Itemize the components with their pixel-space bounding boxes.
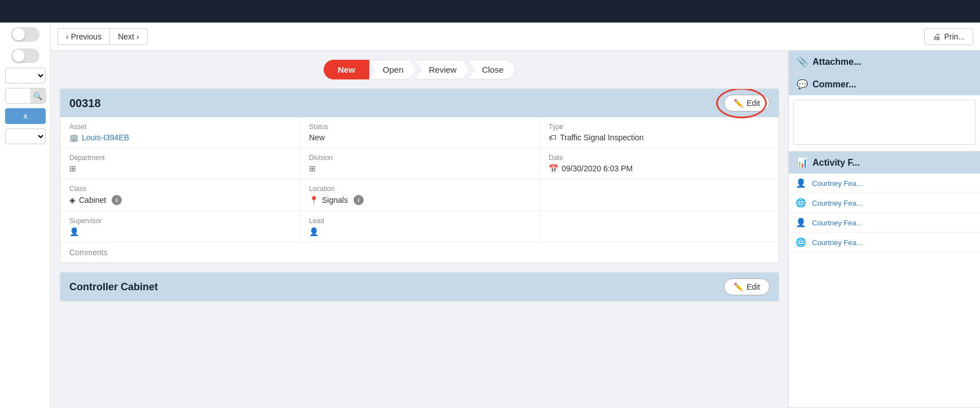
activity-label: Activity F...	[813, 158, 860, 168]
wo-cell-type: Type 🏷 Traffic Signal Inspection	[540, 117, 779, 148]
building-icon	[69, 133, 78, 142]
paperclip-icon: 📎	[797, 56, 808, 67]
asset-value[interactable]: Louis-I394EB	[69, 133, 290, 142]
activity-item-4: 🌐 Courtney Fea...	[789, 233, 980, 252]
wo-row-4: Supervisor 👤 Lead 👤	[60, 211, 779, 242]
activity-globe-icon-2: 🌐	[796, 237, 806, 247]
wo-cell-lead: Lead 👤	[300, 211, 540, 242]
attachments-header: 📎 Attachme...	[789, 51, 980, 73]
sidebar-select-1[interactable]	[5, 68, 46, 83]
type-label: Type	[549, 123, 770, 131]
supervisor-value: 👤	[69, 227, 290, 236]
wo-number: 00318	[69, 97, 101, 110]
department-value	[69, 164, 290, 173]
activity-header: 📊 Activity F...	[789, 152, 980, 174]
sidebar-toggle-1[interactable]	[11, 27, 39, 42]
division-label: Division	[309, 154, 530, 162]
sidebar-toggle-2[interactable]	[11, 48, 39, 63]
center-panel: New Open Review Close 00318	[51, 51, 788, 408]
next-button[interactable]: Next ›	[109, 28, 147, 45]
location-label: Location	[309, 185, 530, 193]
activity-name-2: Courtney Fea...	[812, 199, 863, 207]
activity-name-4: Courtney Fea...	[812, 238, 863, 247]
pipeline-step-review[interactable]: Review	[416, 60, 469, 79]
wo-row-3: Class ◈ Cabinet i Location 📍	[60, 179, 779, 211]
grid-icon-2	[309, 164, 316, 173]
type-value-text: Traffic Signal Inspection	[560, 133, 644, 142]
chevron-right-icon: ›	[136, 32, 139, 41]
wo-row-2: Department Division	[60, 148, 779, 179]
lead-value: 👤	[309, 227, 530, 236]
pipeline-open-label: Open	[383, 65, 404, 74]
wo-cell-supervisor: Supervisor 👤	[60, 211, 300, 242]
type-value: 🏷 Traffic Signal Inspection	[549, 133, 770, 142]
activity-icon: 📊	[797, 157, 808, 168]
sidebar-collapse-button[interactable]: ∧	[5, 108, 46, 124]
controller-cabinet-header: Controller Cabinet ✏️ Edit	[60, 273, 779, 301]
nav-bar: ‹ Previous Next › 🖨 Prin...	[51, 23, 980, 51]
comments-header: 💬 Commer...	[789, 73, 980, 95]
department-label: Department	[69, 154, 290, 162]
controller-cabinet-card: Controller Cabinet ✏️ Edit	[60, 272, 779, 301]
sidebar-select-2[interactable]	[5, 128, 46, 144]
activity-item-1: 👤 Courtney Fea...	[789, 174, 980, 193]
activity-globe-icon-1: 🌐	[796, 198, 806, 208]
comment-icon: 💬	[797, 79, 808, 90]
calendar-icon: 📅	[549, 164, 558, 173]
controller-cabinet-edit-button[interactable]: ✏️ Edit	[724, 278, 770, 295]
sidebar-search-input[interactable]	[6, 88, 30, 103]
diamond-icon: ◈	[69, 196, 76, 205]
pipeline-step-close[interactable]: Close	[469, 60, 515, 79]
previous-button[interactable]: ‹ Previous	[58, 28, 109, 45]
location-icon: 📍	[309, 196, 319, 205]
activity-person-icon-1: 👤	[796, 178, 806, 188]
class-value: ◈ Cabinet i	[69, 195, 290, 205]
next-label: Next	[118, 32, 134, 41]
comment-textarea[interactable]	[793, 100, 975, 145]
wo-edit-button[interactable]: ✏️ Edit	[724, 95, 770, 112]
chevron-left-icon: ‹	[66, 32, 69, 41]
print-label: Prin...	[944, 32, 965, 41]
asset-value-text: Louis-I394EB	[82, 133, 129, 142]
wo-cell-empty	[540, 179, 779, 211]
sidebar-search-button[interactable]: 🔍	[30, 88, 45, 103]
tag-icon: 🏷	[549, 133, 557, 142]
status-label: Status	[309, 123, 530, 131]
class-info-icon[interactable]: i	[112, 195, 122, 205]
pipeline-close-label: Close	[482, 65, 504, 74]
work-order-card: 00318 ✏️ Edit As	[60, 88, 779, 263]
date-value-text: 09/30/2020 6:03 PM	[562, 164, 633, 173]
date-label: Date	[549, 154, 770, 162]
wo-cell-asset: Asset Louis-I394EB	[60, 117, 300, 148]
supervisor-label: Supervisor	[69, 217, 290, 225]
date-value: 📅 09/30/2020 6:03 PM	[549, 164, 770, 173]
activity-item-2: 🌐 Courtney Fea...	[789, 193, 980, 213]
wo-card-body: Asset Louis-I394EB Status New	[60, 117, 779, 263]
wo-cell-status: Status New	[300, 117, 540, 148]
asset-label: Asset	[69, 123, 290, 131]
class-value-text: Cabinet	[79, 196, 106, 205]
print-button[interactable]: 🖨 Prin...	[924, 28, 973, 45]
pipeline-step-open[interactable]: Open	[369, 60, 416, 79]
wo-comments-row: Comments	[60, 242, 779, 263]
pencil-icon: ✏️	[734, 99, 743, 108]
print-icon: 🖨	[933, 32, 941, 41]
right-panel: 📎 Attachme... 💬 Commer... 📊	[788, 51, 980, 408]
pipeline-review-label: Review	[429, 65, 457, 74]
activity-item-3: 👤 Courtney Fea...	[789, 213, 980, 233]
sidebar-search-row: 🔍	[5, 88, 46, 104]
location-value-text: Signals	[322, 196, 348, 205]
wo-cell-date: Date 📅 09/30/2020 6:03 PM	[540, 148, 779, 179]
pipeline-step-new[interactable]: New	[324, 60, 369, 79]
wo-edit-label: Edit	[747, 99, 760, 108]
comments-section: 💬 Commer...	[789, 73, 980, 152]
wo-cell-division: Division	[300, 148, 540, 179]
wo-cell-empty-2	[540, 211, 779, 242]
division-value	[309, 164, 530, 173]
previous-label: Previous	[71, 32, 101, 41]
sidebar: 🔍 ∧	[0, 23, 51, 408]
location-info-icon[interactable]: i	[354, 195, 364, 205]
wo-cell-department: Department	[60, 148, 300, 179]
supervisor-person-icon: 👤	[69, 227, 79, 236]
grid-icon	[69, 164, 76, 173]
